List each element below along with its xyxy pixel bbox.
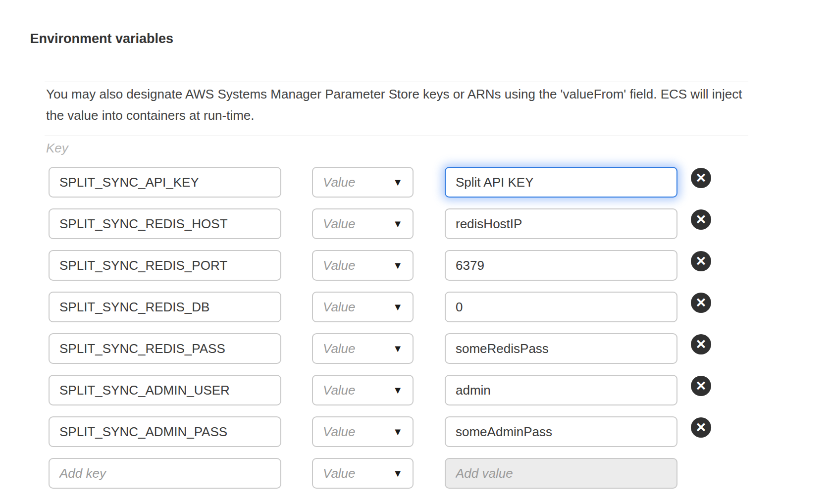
env-var-row: Value ▼ × — [0, 208, 831, 239]
close-icon: × — [696, 294, 706, 310]
remove-row-button[interactable]: × — [691, 376, 711, 396]
env-key-input[interactable] — [49, 250, 281, 281]
dropdown-selected-label: Value — [323, 424, 356, 440]
dropdown-selected-label: Value — [323, 258, 356, 273]
env-var-row: Value ▼ × — [0, 167, 831, 198]
key-column-label: Key — [46, 141, 68, 156]
section-description: You may also designate AWS Systems Manag… — [46, 84, 754, 126]
chevron-down-icon: ▼ — [393, 302, 403, 312]
env-var-row: Value ▼ × — [0, 292, 831, 322]
env-key-input[interactable] — [49, 375, 281, 405]
divider — [45, 82, 748, 82]
value-type-dropdown[interactable]: Value ▼ — [312, 167, 414, 198]
close-icon: × — [696, 169, 706, 186]
value-type-dropdown[interactable]: Value ▼ — [312, 375, 414, 405]
remove-row-button[interactable]: × — [691, 209, 711, 230]
chevron-down-icon: ▼ — [393, 344, 403, 353]
value-type-dropdown[interactable]: Value ▼ — [312, 458, 414, 489]
dropdown-selected-label: Value — [323, 383, 356, 398]
chevron-down-icon: ▼ — [393, 427, 403, 437]
close-icon: × — [696, 252, 706, 269]
add-value-input[interactable] — [445, 458, 677, 489]
dropdown-selected-label: Value — [323, 300, 356, 315]
env-key-input[interactable] — [49, 292, 281, 322]
dropdown-selected-label: Value — [323, 175, 356, 190]
dropdown-selected-label: Value — [323, 466, 356, 481]
env-value-input[interactable] — [445, 416, 677, 447]
value-type-dropdown[interactable]: Value ▼ — [312, 333, 414, 364]
value-type-dropdown[interactable]: Value ▼ — [312, 208, 414, 239]
chevron-down-icon: ▼ — [393, 177, 403, 187]
env-key-input[interactable] — [49, 208, 281, 239]
env-value-input[interactable] — [445, 333, 677, 364]
value-type-dropdown[interactable]: Value ▼ — [312, 250, 414, 281]
chevron-down-icon: ▼ — [393, 219, 403, 229]
env-var-row: Value ▼ × — [0, 250, 831, 281]
remove-row-button[interactable]: × — [691, 168, 711, 188]
dropdown-selected-label: Value — [323, 341, 356, 356]
section-title: Environment variables — [25, 28, 173, 49]
env-key-input[interactable] — [49, 167, 281, 198]
close-icon: × — [696, 418, 706, 435]
env-value-input[interactable] — [445, 250, 677, 281]
chevron-down-icon: ▼ — [393, 385, 403, 395]
add-env-var-row: Value ▼ — [0, 458, 831, 489]
value-type-dropdown[interactable]: Value ▼ — [312, 292, 414, 322]
remove-row-button[interactable]: × — [691, 251, 711, 271]
env-value-input[interactable] — [445, 375, 677, 405]
chevron-down-icon: ▼ — [393, 468, 403, 478]
divider — [45, 136, 748, 136]
env-key-input[interactable] — [49, 333, 281, 364]
value-type-dropdown[interactable]: Value ▼ — [312, 416, 414, 447]
close-icon: × — [696, 377, 706, 394]
dropdown-selected-label: Value — [323, 216, 356, 232]
environment-variables-form: Environment variables You may also desig… — [0, 0, 831, 504]
remove-row-button[interactable]: × — [691, 417, 711, 438]
env-key-input[interactable] — [49, 416, 281, 447]
close-icon: × — [696, 335, 706, 352]
env-var-row: Value ▼ × — [0, 416, 831, 447]
remove-row-button[interactable]: × — [691, 293, 711, 313]
remove-row-button[interactable]: × — [691, 334, 711, 354]
env-value-input[interactable] — [445, 208, 677, 239]
env-var-row: Value ▼ × — [0, 333, 831, 364]
env-value-input[interactable] — [445, 167, 677, 198]
env-var-row: Value ▼ × — [0, 375, 831, 405]
add-key-input[interactable] — [49, 458, 281, 489]
close-icon: × — [696, 210, 706, 227]
env-value-input[interactable] — [445, 292, 677, 322]
chevron-down-icon: ▼ — [393, 260, 403, 270]
